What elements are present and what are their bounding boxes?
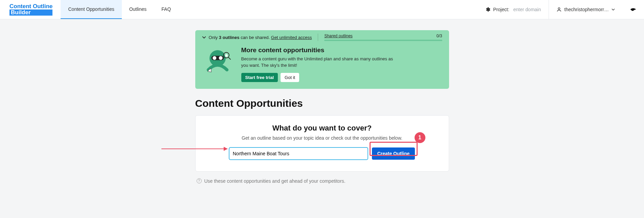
gear-icon [485, 7, 490, 12]
shared-outlines-progress [324, 40, 442, 41]
header-right: Project: enter domain thechristophermorr… [478, 0, 644, 19]
promo-banner: Only 3 outlines can be shared. Get unlim… [195, 30, 449, 89]
shared-outlines-link[interactable]: Shared outlines [324, 34, 352, 38]
got-it-button[interactable]: Got it [281, 73, 299, 82]
project-selector[interactable]: Project: enter domain [478, 7, 548, 12]
page-title: Content Opportunities [195, 98, 449, 109]
help-icon: ? [197, 178, 202, 183]
tab-content-opportunities[interactable]: Content Opportunities [61, 0, 121, 19]
helper-hint: ? Use these content opportunities and ge… [195, 178, 449, 184]
banner-actions: Start free trial Got it [241, 73, 397, 82]
topic-card: What do you want to cover? Get an outlin… [195, 115, 449, 172]
logo-line-1: Content Outline [9, 3, 52, 9]
tab-label: Content Opportunities [68, 6, 114, 12]
top-header: Content Outline Builder Content Opportun… [0, 0, 644, 19]
card-heading: What do you want to cover? [204, 124, 441, 133]
shared-outlines-meter: Shared outlines 0/3 [324, 34, 442, 41]
tab-label: FAQ [161, 6, 171, 12]
banner-body-text: Become a content guru with the Unlimited… [241, 56, 397, 69]
banner-msg-suffix: can be shared. [240, 35, 271, 40]
tab-label: Outlines [129, 6, 147, 12]
svg-point-4 [219, 56, 222, 60]
banner-msg-bold: 3 outlines [219, 35, 240, 40]
start-free-trial-button[interactable]: Start free trial [241, 73, 278, 82]
banner-body: More content opportunities Become a cont… [195, 44, 449, 89]
semrush-icon [630, 7, 637, 12]
mascot-illustration [202, 46, 233, 78]
chevron-down-icon[interactable] [202, 35, 206, 39]
shared-outlines-count: 0/3 [437, 34, 442, 38]
project-domain-hint: enter domain [513, 7, 541, 12]
topic-input[interactable] [229, 147, 368, 160]
create-outline-button[interactable]: Create Outline [372, 147, 415, 160]
banner-text: More content opportunities Become a cont… [241, 46, 397, 82]
banner-limit-msg: Only 3 outlines can be shared. Get unlim… [209, 35, 312, 40]
semrush-badge[interactable] [622, 7, 644, 12]
svg-point-0 [558, 8, 560, 9]
helper-text: Use these content opportunities and get … [204, 178, 346, 184]
nav-tabs: Content Opportunities Outlines FAQ [61, 0, 178, 19]
unlimited-access-link[interactable]: Get unlimited access [271, 35, 312, 40]
tab-outlines[interactable]: Outlines [122, 0, 154, 19]
card-input-row: Create Outline [204, 147, 441, 160]
logo-line-2: Builder [9, 9, 52, 16]
project-label: Project: [493, 7, 509, 12]
svg-line-7 [228, 57, 230, 59]
tab-faq[interactable]: FAQ [154, 0, 178, 19]
username: thechristophermorr… [564, 7, 609, 12]
chevron-down-icon [612, 8, 615, 11]
banner-separator [318, 34, 318, 41]
svg-point-3 [213, 56, 216, 60]
card-subtext: Get an outline based on your topic idea … [204, 135, 441, 141]
app-logo[interactable]: Content Outline Builder [0, 0, 61, 19]
user-menu[interactable]: thechristophermorr… [549, 7, 623, 12]
person-icon [556, 7, 562, 12]
banner-msg-prefix: Only [209, 35, 219, 40]
banner-heading: More content opportunities [241, 46, 397, 54]
banner-top-row: Only 3 outlines can be shared. Get unlim… [195, 30, 449, 44]
